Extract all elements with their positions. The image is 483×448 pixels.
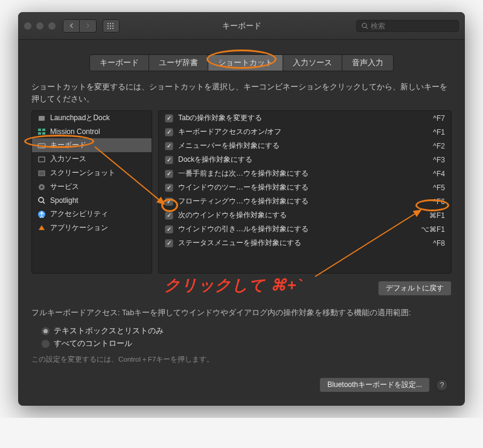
radio-icon[interactable] bbox=[41, 339, 50, 348]
svg-line-10 bbox=[366, 27, 368, 28]
shortcut-row-4[interactable]: ✓一番手前または次…ウを操作対象にする^F4 bbox=[159, 167, 451, 181]
minimize-icon[interactable] bbox=[36, 22, 43, 30]
content-area: キーボードユーザ辞書ショートカット入力ソース音声入力 ショートカットを変更するに… bbox=[18, 40, 465, 406]
radio-option-0[interactable]: テキストボックスとリストのみ bbox=[41, 325, 452, 338]
search-input[interactable] bbox=[371, 22, 453, 30]
checkbox[interactable]: ✓ bbox=[165, 225, 173, 234]
radio-option-1[interactable]: すべてのコントロール bbox=[41, 338, 452, 350]
shortcut-row-3[interactable]: ✓Dockを操作対象にする^F3 bbox=[159, 153, 451, 167]
rocket-icon bbox=[37, 114, 46, 123]
bluetooth-button[interactable]: Bluetoothキーボードを設定... bbox=[319, 377, 430, 392]
shortcut-label: ウインドウのツー…ーを操作対象にする bbox=[178, 182, 410, 193]
traffic-lights bbox=[24, 22, 56, 30]
category-4[interactable]: スクリーンショット bbox=[32, 166, 152, 180]
shortcut-key[interactable]: ^F2 bbox=[415, 142, 445, 150]
svg-rect-6 bbox=[107, 28, 109, 29]
svg-rect-3 bbox=[107, 25, 109, 27]
shortcut-row-2[interactable]: ✓メニューバーを操作対象にする^F2 bbox=[159, 139, 451, 153]
tab-2[interactable]: ショートカット bbox=[208, 55, 283, 71]
back-button[interactable] bbox=[63, 19, 80, 33]
svg-rect-4 bbox=[110, 25, 111, 27]
shortcut-row-1[interactable]: ✓キーボードアクセスのオン/オフ^F1 bbox=[159, 125, 451, 139]
shortcut-key[interactable]: ^F6 bbox=[415, 197, 445, 206]
checkbox[interactable]: ✓ bbox=[165, 128, 173, 136]
keyboard-icon bbox=[37, 141, 46, 150]
shortcut-label: ステータスメニューを操作対象にする bbox=[178, 238, 410, 248]
tab-4[interactable]: 音声入力 bbox=[342, 55, 393, 71]
shortcut-key[interactable]: ^F1 bbox=[415, 128, 445, 136]
category-5[interactable]: サービス bbox=[32, 180, 152, 194]
svg-rect-7 bbox=[110, 28, 111, 29]
svg-rect-11 bbox=[39, 116, 45, 121]
category-0[interactable]: LaunchpadとDock bbox=[32, 111, 152, 125]
category-label: 入力ソース bbox=[50, 154, 86, 164]
svg-point-20 bbox=[40, 186, 43, 188]
segment-tabs: キーボードユーザ辞書ショートカット入力ソース音声入力 bbox=[31, 54, 452, 71]
shortcut-key[interactable]: ^F7 bbox=[415, 114, 445, 123]
help-button[interactable]: ? bbox=[436, 379, 448, 391]
shortcut-label: ウインドウの引き…ルを操作対象にする bbox=[178, 224, 410, 234]
shortcut-row-5[interactable]: ✓ウインドウのツー…ーを操作対象にする^F5 bbox=[159, 181, 451, 194]
shortcut-row-6[interactable]: ✓フローティングウ…ウを操作対象にする^F6 bbox=[159, 194, 451, 208]
category-label: サービス bbox=[50, 182, 79, 192]
svg-rect-13 bbox=[42, 129, 45, 131]
category-8[interactable]: アプリケーション bbox=[32, 221, 152, 235]
restore-row: デフォルトに戻す bbox=[31, 281, 452, 296]
spotlight-icon bbox=[37, 196, 46, 205]
tab-0[interactable]: キーボード bbox=[90, 55, 149, 71]
gear-icon bbox=[37, 182, 46, 192]
shortcut-key[interactable]: ^F3 bbox=[415, 156, 445, 164]
checkbox[interactable]: ✓ bbox=[165, 197, 173, 206]
shortcut-key[interactable]: ⌥⌘F1 bbox=[415, 225, 445, 234]
shortcut-key[interactable]: ⌘F1 bbox=[415, 211, 445, 220]
checkbox[interactable]: ✓ bbox=[165, 142, 173, 150]
zoom-icon[interactable] bbox=[48, 22, 56, 30]
category-label: Spotlight bbox=[50, 196, 78, 205]
shortcut-key[interactable]: ^F8 bbox=[415, 239, 445, 248]
category-6[interactable]: Spotlight bbox=[32, 194, 152, 207]
accessibility-icon bbox=[37, 210, 46, 219]
shortcut-row-0[interactable]: ✓Tabの操作対象を変更する^F7 bbox=[159, 111, 451, 125]
close-icon[interactable] bbox=[24, 22, 31, 30]
svg-rect-8 bbox=[112, 28, 114, 29]
svg-rect-2 bbox=[112, 23, 114, 24]
svg-rect-16 bbox=[38, 144, 45, 148]
checkbox[interactable]: ✓ bbox=[165, 170, 173, 178]
checkbox[interactable]: ✓ bbox=[165, 156, 173, 164]
forward-button[interactable] bbox=[80, 19, 97, 33]
svg-rect-0 bbox=[107, 23, 109, 24]
radio-label: テキストボックスとリストのみ bbox=[54, 326, 164, 336]
instructions-text: ショートカットを変更するには、ショートカットを選択し、キーコンビネーションをクリ… bbox=[31, 81, 452, 104]
shortcut-row-7[interactable]: ✓次のウインドウを操作対象にする⌘F1 bbox=[159, 208, 451, 222]
category-label: LaunchpadとDock bbox=[50, 113, 110, 123]
input-icon bbox=[37, 155, 46, 164]
restore-defaults-button[interactable]: デフォルトに戻す bbox=[378, 281, 452, 296]
checkbox[interactable]: ✓ bbox=[165, 239, 173, 248]
shortcut-key[interactable]: ^F4 bbox=[415, 170, 445, 178]
checkbox[interactable]: ✓ bbox=[165, 114, 173, 123]
shortcut-row-9[interactable]: ✓ステータスメニューを操作対象にする^F8 bbox=[159, 236, 451, 250]
nav-buttons bbox=[63, 19, 97, 33]
shortcut-label: フローティングウ…ウを操作対象にする bbox=[178, 196, 410, 206]
search-field[interactable] bbox=[356, 20, 459, 32]
shortcut-row-8[interactable]: ✓ウインドウの引き…ルを操作対象にする⌥⌘F1 bbox=[159, 222, 451, 236]
show-all-button[interactable] bbox=[103, 19, 120, 33]
svg-rect-17 bbox=[39, 157, 45, 162]
svg-rect-12 bbox=[38, 129, 41, 131]
shortcut-label: キーボードアクセスのオン/オフ bbox=[178, 127, 410, 137]
category-label: スクリーンショット bbox=[50, 168, 115, 178]
category-1[interactable]: Mission Control bbox=[32, 125, 152, 138]
checkbox[interactable]: ✓ bbox=[165, 184, 173, 192]
category-7[interactable]: アクセシビリティ bbox=[32, 207, 152, 221]
category-list[interactable]: LaunchpadとDockMission Controlキーボード入力ソースス… bbox=[31, 110, 152, 274]
category-label: アクセシビリティ bbox=[50, 209, 108, 219]
category-3[interactable]: 入力ソース bbox=[32, 152, 152, 166]
radio-icon[interactable] bbox=[41, 327, 50, 336]
tab-1[interactable]: ユーザ辞書 bbox=[149, 55, 208, 71]
tab-3[interactable]: 入力ソース bbox=[283, 55, 342, 71]
shortcut-list[interactable]: ✓Tabの操作対象を変更する^F7✓キーボードアクセスのオン/オフ^F1✓メニュ… bbox=[158, 110, 452, 274]
category-2[interactable]: キーボード bbox=[32, 138, 152, 152]
shortcut-label: Dockを操作対象にする bbox=[178, 155, 410, 165]
checkbox[interactable]: ✓ bbox=[165, 211, 173, 220]
shortcut-key[interactable]: ^F5 bbox=[415, 184, 445, 192]
